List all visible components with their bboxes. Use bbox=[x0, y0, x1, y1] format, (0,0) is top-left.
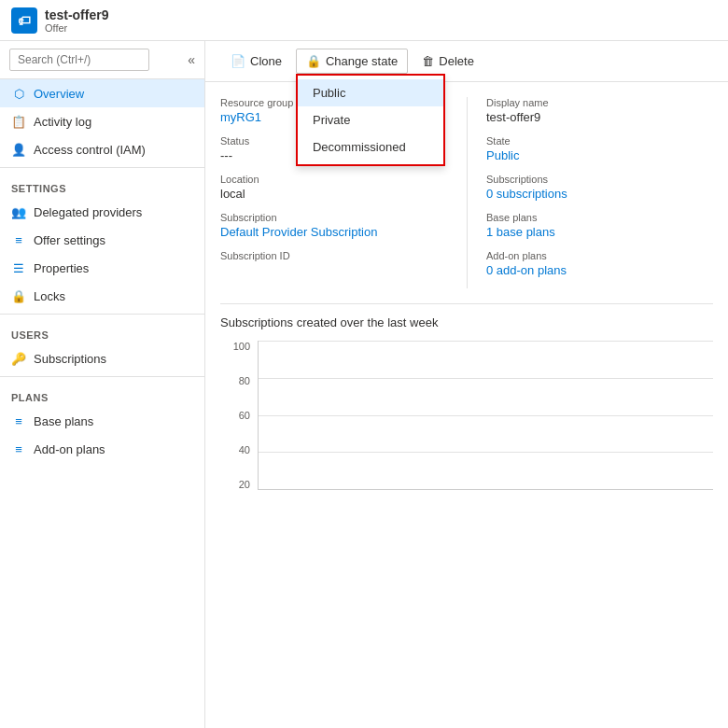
display-name-label: Display name bbox=[486, 97, 713, 108]
app-icon: 🏷 bbox=[11, 7, 37, 34]
subscription-field: Subscription Default Provider Subscripti… bbox=[220, 212, 448, 239]
chart-area bbox=[258, 341, 713, 490]
clone-button[interactable]: 📄 Clone bbox=[220, 49, 292, 74]
subscription-id-field: Subscription ID bbox=[220, 250, 448, 261]
clone-label: Clone bbox=[250, 54, 282, 68]
base-plans-label: Base plans bbox=[486, 212, 713, 223]
delete-icon: 🗑 bbox=[422, 54, 434, 68]
sidebar-item-access-control-label: Access control (IAM) bbox=[34, 143, 146, 157]
dropdown-item-public-label: Public bbox=[313, 86, 345, 100]
sidebar-search-container: « bbox=[0, 41, 204, 79]
sidebar-collapse-button[interactable]: « bbox=[188, 52, 195, 67]
sidebar-item-subscriptions-label: Subscriptions bbox=[34, 352, 106, 366]
sidebar-item-subscriptions[interactable]: 🔑 Subscriptions bbox=[0, 344, 204, 372]
info-grid: Resource group myRG1 Status --- Location… bbox=[220, 97, 713, 288]
content-area: 📄 Clone 🔒 Change state Public Private bbox=[205, 41, 728, 728]
offer-settings-icon: ≡ bbox=[11, 232, 26, 247]
sidebar-item-offer-settings[interactable]: ≡ Offer settings bbox=[0, 226, 204, 254]
subscriptions-count-field: Subscriptions 0 subscriptions bbox=[486, 174, 713, 201]
sidebar-item-base-plans-label: Base plans bbox=[34, 414, 93, 428]
sidebar-item-delegated-providers-label: Delegated providers bbox=[34, 205, 142, 219]
settings-section-label: Settings bbox=[0, 172, 204, 198]
gridline-40 bbox=[259, 452, 713, 453]
delete-label: Delete bbox=[439, 54, 474, 68]
add-on-plans-label: Add-on plans bbox=[486, 250, 713, 261]
overview-icon: ⬡ bbox=[11, 86, 26, 101]
activity-log-icon: 📋 bbox=[11, 114, 26, 129]
state-dropdown: Public Private Decommissioned bbox=[296, 74, 445, 166]
clone-icon: 📄 bbox=[231, 54, 245, 68]
location-value: local bbox=[220, 187, 448, 201]
app-subtitle: Offer bbox=[45, 22, 108, 34]
chart-y-label-60: 60 bbox=[222, 410, 250, 421]
subscription-label: Subscription bbox=[220, 212, 448, 223]
delete-button[interactable]: 🗑 Delete bbox=[412, 49, 484, 74]
subscription-id-label: Subscription ID bbox=[220, 250, 448, 261]
chart-wrapper: 100 80 60 40 20 bbox=[258, 341, 713, 490]
app-title: test-offer9 bbox=[45, 7, 108, 22]
sidebar-item-add-on-plans[interactable]: ≡ Add-on plans bbox=[0, 435, 204, 463]
locks-icon: 🔒 bbox=[11, 288, 26, 303]
top-bar: 🏷 test-offer9 Offer bbox=[0, 0, 728, 41]
gridline-80 bbox=[259, 378, 713, 379]
add-on-plans-field: Add-on plans 0 add-on plans bbox=[486, 250, 713, 277]
plans-section-label: Plans bbox=[0, 381, 204, 407]
chart-y-label-20: 20 bbox=[222, 479, 250, 490]
sidebar: « ⬡ Overview 📋 Activity log 👤 Access con… bbox=[0, 41, 205, 728]
sidebar-item-add-on-plans-label: Add-on plans bbox=[34, 442, 105, 456]
state-value[interactable]: Public bbox=[486, 148, 519, 162]
sidebar-item-base-plans[interactable]: ≡ Base plans bbox=[0, 407, 204, 435]
base-plans-value[interactable]: 1 base plans bbox=[486, 225, 555, 239]
sidebar-item-access-control[interactable]: 👤 Access control (IAM) bbox=[0, 135, 204, 163]
users-section-label: Users bbox=[0, 318, 204, 344]
sidebar-item-offer-settings-label: Offer settings bbox=[34, 233, 105, 247]
subscription-value[interactable]: Default Provider Subscription bbox=[220, 225, 377, 239]
dropdown-item-decommissioned-label: Decommissioned bbox=[313, 140, 406, 154]
sidebar-item-properties-label: Properties bbox=[34, 261, 89, 275]
dropdown-item-private-label: Private bbox=[313, 113, 350, 127]
add-on-plans-icon: ≡ bbox=[11, 441, 26, 456]
chart-title: Subscriptions created over the last week bbox=[220, 315, 438, 329]
content-body: Resource group myRG1 Status --- Location… bbox=[205, 82, 728, 505]
add-on-plans-value[interactable]: 0 add-on plans bbox=[486, 263, 567, 277]
sidebar-item-activity-log-label: Activity log bbox=[34, 115, 91, 129]
subscriptions-count-value[interactable]: 0 subscriptions bbox=[486, 187, 567, 201]
change-state-label: Change state bbox=[326, 54, 398, 68]
search-input[interactable] bbox=[9, 49, 149, 71]
sidebar-item-properties[interactable]: ☰ Properties bbox=[0, 254, 204, 282]
chart-y-label-100: 100 bbox=[222, 341, 250, 352]
change-state-icon: 🔒 bbox=[306, 54, 321, 68]
sidebar-item-delegated-providers[interactable]: 👥 Delegated providers bbox=[0, 198, 204, 226]
sidebar-item-overview[interactable]: ⬡ Overview bbox=[0, 79, 204, 107]
location-label: Location bbox=[220, 174, 448, 185]
chart-y-label-40: 40 bbox=[222, 444, 250, 455]
dropdown-item-public[interactable]: Public bbox=[298, 79, 443, 106]
app-title-block: test-offer9 Offer bbox=[45, 7, 108, 34]
change-state-dropdown-container: 🔒 Change state Public Private Decommissi… bbox=[296, 49, 408, 74]
resource-group-value[interactable]: myRG1 bbox=[220, 110, 261, 124]
subscriptions-count-label: Subscriptions bbox=[486, 174, 713, 185]
state-label: State bbox=[486, 135, 713, 147]
state-field: State Public bbox=[486, 135, 713, 162]
access-control-icon: 👤 bbox=[11, 142, 26, 157]
base-plans-icon: ≡ bbox=[11, 413, 26, 428]
sidebar-item-locks-label: Locks bbox=[34, 289, 65, 303]
sidebar-item-overview-label: Overview bbox=[34, 87, 84, 101]
dropdown-item-decommissioned[interactable]: Decommissioned bbox=[298, 133, 443, 161]
info-right: Display name test-offer9 State Public Su… bbox=[467, 97, 713, 288]
display-name-value: test-offer9 bbox=[486, 110, 713, 124]
delegated-providers-icon: 👥 bbox=[11, 204, 26, 219]
gridline-60 bbox=[259, 415, 713, 416]
sidebar-item-activity-log[interactable]: 📋 Activity log bbox=[0, 107, 204, 135]
base-plans-field: Base plans 1 base plans bbox=[486, 212, 713, 239]
properties-icon: ☰ bbox=[11, 260, 26, 275]
subscriptions-icon: 🔑 bbox=[11, 351, 26, 366]
dropdown-item-private[interactable]: Private bbox=[298, 106, 443, 133]
display-name-field: Display name test-offer9 bbox=[486, 97, 713, 124]
location-field: Location local bbox=[220, 174, 448, 201]
chart-y-labels: 100 80 60 40 20 bbox=[222, 341, 250, 490]
toolbar: 📄 Clone 🔒 Change state Public Private bbox=[205, 41, 728, 82]
chart-section: Subscriptions created over the last week… bbox=[220, 303, 713, 490]
sidebar-item-locks[interactable]: 🔒 Locks bbox=[0, 282, 204, 310]
change-state-button[interactable]: 🔒 Change state bbox=[296, 49, 408, 74]
